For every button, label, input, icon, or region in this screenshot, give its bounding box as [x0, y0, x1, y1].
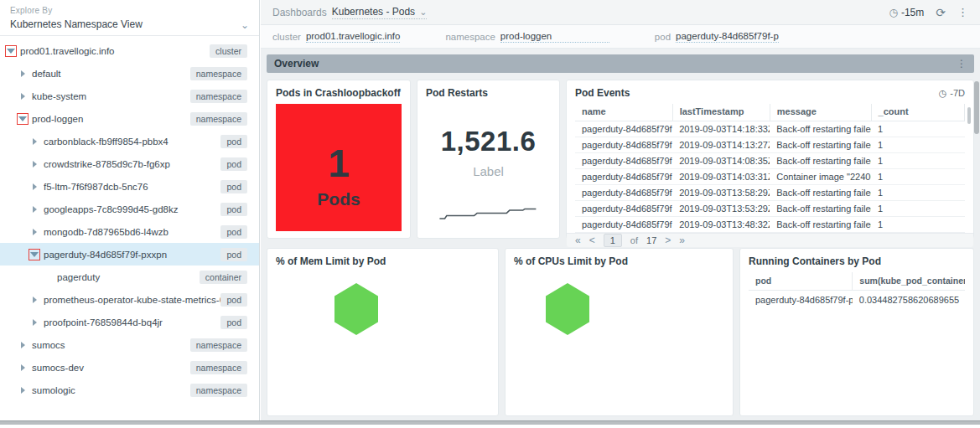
- pod-restarts-sparkline: [426, 204, 551, 223]
- tree-indent-spacer: [42, 271, 54, 283]
- tree-item-namespace[interactable]: kube-system namespace: [0, 85, 259, 107]
- pod-restarts-value: 1,521.6: [426, 126, 551, 157]
- table-row[interactable]: pagerduty-84d685f79f-px... 2019-09-03T14…: [575, 153, 965, 169]
- expand-arrow-icon[interactable]: [17, 362, 29, 374]
- tree-item-pod[interactable]: carbonblack-fb9ff9854-pbbx4 pod: [0, 130, 259, 152]
- tree-item-namespace[interactable]: sumologic namespace: [0, 379, 259, 401]
- next-page-button[interactable]: >: [665, 235, 671, 246]
- prev-page-button[interactable]: <: [589, 235, 595, 246]
- type-badge: pod: [220, 157, 247, 171]
- dashboard-title-dropdown[interactable]: Kubernetes - Pods ⌄: [332, 6, 428, 19]
- filter-cluster-value[interactable]: prod01.travellogic.info: [306, 31, 401, 43]
- expand-arrow-icon[interactable]: [29, 136, 40, 147]
- tree-item-pod[interactable]: f5-ltm-7f6f987dcb-5nc76 pod: [0, 175, 259, 198]
- column-header-message[interactable]: message: [770, 104, 871, 121]
- chevron-down-icon[interactable]: ⌄: [241, 22, 249, 28]
- kebab-menu-icon[interactable]: ⋮: [957, 58, 967, 70]
- expand-arrow-icon[interactable]: [17, 339, 29, 351]
- table-row[interactable]: pagerduty-84d685f79f-px... 2019-09-03T14…: [575, 137, 965, 153]
- column-header-count[interactable]: _count: [871, 104, 964, 121]
- table-header-row: name lastTimestamp message _count: [575, 104, 965, 121]
- type-badge: pod: [220, 203, 247, 216]
- tree-item-namespace[interactable]: default namespace: [0, 62, 259, 85]
- tree-item-pod[interactable]: proofpoint-76859844d-bq4jr pod: [0, 311, 259, 333]
- tree-item-label: proofpoint-76859844d-bq4jr: [44, 317, 220, 327]
- type-badge: namespace: [190, 384, 247, 397]
- cell-timestamp: 2019-09-03T14:13:27Z: [672, 137, 770, 153]
- panel-title: % of CPUs Limit by Pod: [514, 255, 724, 267]
- kebab-menu-icon[interactable]: ⋮: [957, 6, 968, 18]
- window-vertical-scrollbar[interactable]: [974, 81, 979, 134]
- tree-item-pod-selected[interactable]: pagerduty-84d685f79f-pxxpn pod: [0, 243, 259, 266]
- table-row[interactable]: pagerduty-84d685f79f-pxxpn 0.03448275862…: [749, 291, 965, 310]
- column-header-name[interactable]: name: [575, 104, 672, 121]
- table-row[interactable]: pagerduty-84d685f79f-px... 2019-09-03T13…: [575, 185, 965, 201]
- table-row[interactable]: pagerduty-84d685f79f-px... 2019-09-03T13…: [575, 217, 965, 233]
- cell-timestamp: 2019-09-03T13:48:32Z: [672, 217, 770, 233]
- topbar-controls: ◷ -15m ⟳ ⋮: [889, 6, 968, 19]
- collapse-arrow-icon[interactable]: [17, 113, 29, 125]
- tree-item-pod[interactable]: prometheus-operator-kube-state-metrics-6…: [0, 288, 259, 311]
- running-containers-table: pod sum(kube_pod_container_statu… pagerd…: [749, 272, 965, 309]
- overview-header[interactable]: Overview ⋮: [267, 54, 974, 73]
- tree-item-pod[interactable]: mongodb-7d87965bd6-l4wzb pod: [0, 220, 259, 243]
- cell-count: 1: [871, 201, 964, 217]
- refresh-icon[interactable]: ⟳: [936, 6, 946, 19]
- table-row[interactable]: pagerduty-84d685f79f-px... 2019-09-03T14…: [575, 169, 965, 185]
- cell-name: pagerduty-84d685f79f-px...: [575, 137, 672, 153]
- expand-arrow-icon[interactable]: [29, 294, 40, 306]
- time-range-control[interactable]: ◷ -15m: [889, 7, 924, 18]
- cell-name: pagerduty-84d685f79f-px...: [575, 153, 672, 169]
- namespace-view-selector[interactable]: Kubernetes Namespace View: [10, 18, 249, 30]
- expand-arrow-icon[interactable]: [29, 226, 40, 238]
- collapse-arrow-icon[interactable]: [5, 45, 17, 57]
- expand-arrow-icon[interactable]: [29, 204, 40, 215]
- last-page-button[interactable]: »: [679, 235, 685, 246]
- collapse-arrow-icon[interactable]: [29, 249, 40, 260]
- expand-arrow-icon[interactable]: [29, 158, 40, 170]
- panel-time-range[interactable]: ◷ -7D: [939, 88, 965, 99]
- green-hexagon-icon[interactable]: [334, 283, 378, 335]
- running-containers-panel: Running Containers by Pod pod sum(kube_p…: [739, 248, 974, 416]
- crashloop-chart[interactable]: 1 Pods: [276, 104, 402, 231]
- panel-title: Pod Restarts: [426, 87, 551, 99]
- cpu-hexagon-chart: [546, 283, 724, 338]
- current-page-input[interactable]: 1: [604, 234, 622, 247]
- cell-message: Back-off restarting failed ...: [770, 153, 871, 169]
- tree-item-label: prometheus-operator-kube-state-metrics-6…: [44, 295, 220, 305]
- tree-item-label: googleapps-7c8c999d45-gd8kz: [44, 204, 220, 214]
- tree-item-container[interactable]: pagerduty container: [0, 266, 259, 288]
- breadcrumb-dashboards[interactable]: Dashboards: [272, 7, 327, 18]
- tree-item-namespace[interactable]: sumocs namespace: [0, 333, 259, 356]
- column-header-pod[interactable]: pod: [749, 272, 853, 291]
- panel-title: % of Mem Limit by Pod: [276, 255, 490, 267]
- tree-item-namespace[interactable]: sumocs-dev namespace: [0, 356, 259, 379]
- tree-item-pod[interactable]: googleapps-7c8c999d45-gd8kz pod: [0, 198, 259, 220]
- filter-namespace-value[interactable]: prod-loggen: [500, 31, 609, 43]
- crashloop-unit: Pods: [317, 189, 360, 209]
- filter-pod-value[interactable]: pagerduty-84d685f79f-p: [676, 31, 779, 43]
- cell-name: pagerduty-84d685f79f-px...: [575, 217, 672, 233]
- tree-item-namespace[interactable]: prod-loggen namespace: [0, 107, 259, 130]
- table-scrollbar[interactable]: [967, 107, 971, 124]
- expand-arrow-icon[interactable]: [29, 317, 40, 328]
- column-header-sum[interactable]: sum(kube_pod_container_statu…: [853, 272, 965, 291]
- pods-in-crashloopbackoff-panel: Pods in Crashloopbackoff 1 Pods: [267, 80, 411, 239]
- first-page-button[interactable]: «: [575, 235, 581, 246]
- expand-arrow-icon[interactable]: [17, 384, 29, 396]
- tree-item-cluster[interactable]: prod01.travellogic.info cluster: [0, 39, 259, 62]
- expand-arrow-icon[interactable]: [17, 90, 29, 102]
- expand-arrow-icon[interactable]: [17, 68, 29, 80]
- cell-message: Back-off restarting failed ...: [770, 185, 871, 201]
- cell-message: Back-off restarting failed ...: [770, 217, 871, 233]
- table-row[interactable]: pagerduty-84d685f79f-px... 2019-09-03T13…: [575, 201, 965, 217]
- table-row[interactable]: pagerduty-84d685f79f-px... 2019-09-03T14…: [575, 121, 965, 137]
- tree-item-pod[interactable]: crowdstrike-8785d9c7b-fg6xp pod: [0, 152, 259, 175]
- explore-header: Explore By Kubernetes Namespace View ⌄: [0, 0, 259, 36]
- expand-arrow-icon[interactable]: [29, 181, 40, 193]
- cell-timestamp: 2019-09-03T14:03:31Z: [672, 169, 770, 185]
- time-range-value: -15m: [901, 7, 924, 18]
- column-header-lasttimestamp[interactable]: lastTimestamp: [672, 104, 770, 121]
- window-horizontal-scrollbar[interactable]: [0, 420, 980, 425]
- green-hexagon-icon[interactable]: [546, 283, 589, 335]
